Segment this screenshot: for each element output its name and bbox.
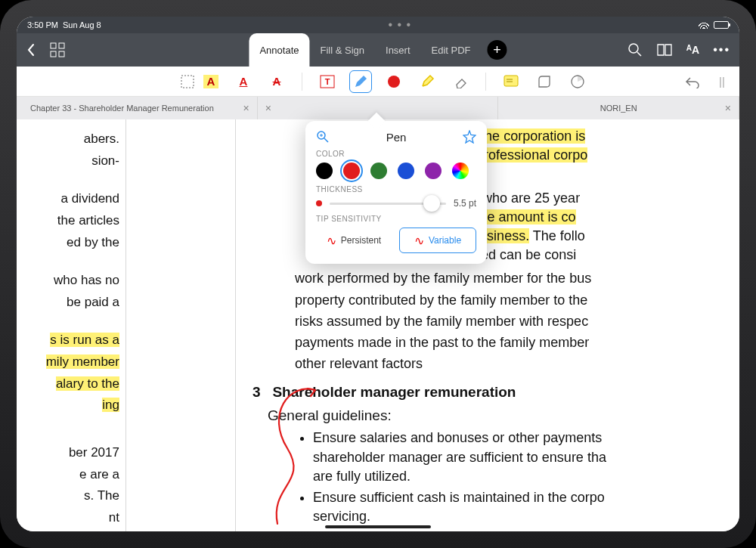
doc-tab-label: NORI_EN <box>600 104 637 113</box>
tab-fill-sign[interactable]: Fill & Sign <box>309 33 375 67</box>
strikethrough-tool[interactable]: A <box>268 73 285 90</box>
toolbar-divider <box>485 73 486 91</box>
color-swatch-black[interactable] <box>316 163 333 179</box>
thickness-section-label: THICKNESS <box>316 185 476 194</box>
highlighter-tool[interactable] <box>419 73 435 90</box>
doc-tab-label: Chapter 33 - Shareholder Manager Remuner… <box>30 104 214 113</box>
squiggle-icon: ∿ <box>414 234 424 248</box>
list-item: Ensure salaries and bonuses or other pay… <box>313 429 739 486</box>
underline-tool[interactable]: A <box>235 73 252 90</box>
svg-rect-1 <box>59 43 64 48</box>
tab-edit-pdf[interactable]: Edit PDF <box>421 33 482 67</box>
eraser-tool[interactable] <box>452 73 469 90</box>
close-tab-icon[interactable]: × <box>725 102 731 114</box>
annotation-toolbar: A A A T <box>17 67 739 97</box>
svg-rect-0 <box>51 43 56 48</box>
multitasking-dots[interactable]: • • • <box>389 18 412 32</box>
add-tab-button[interactable]: + <box>488 40 507 60</box>
tab-annotate[interactable]: Annotate <box>249 33 309 67</box>
svg-rect-3 <box>59 51 64 57</box>
status-time: 3:50 PM <box>27 20 58 29</box>
thumbnails-button[interactable] <box>50 42 65 57</box>
tab-insert[interactable]: Insert <box>375 33 421 67</box>
home-indicator[interactable] <box>325 525 431 528</box>
thickness-preview-dot <box>316 200 322 206</box>
text-size-button[interactable]: AA <box>686 44 699 56</box>
color-swatch-red[interactable] <box>343 163 360 179</box>
svg-line-5 <box>637 52 641 56</box>
color-section-label: COLOR <box>316 150 476 158</box>
thickness-slider[interactable] <box>330 203 446 205</box>
toolbar-divider <box>302 73 302 91</box>
select-tool[interactable] <box>179 73 196 90</box>
squiggle-icon: ∿ <box>327 234 336 248</box>
left-doc-pane[interactable]: abers. sion- a dividend the articles ed … <box>17 119 126 531</box>
list-item: Ensure sufficient cash is maintained in … <box>313 488 739 526</box>
color-swatch-blue[interactable] <box>398 163 414 179</box>
svg-point-4 <box>629 44 638 53</box>
popover-title: Pen <box>386 131 407 144</box>
list-item: other relevant factors <box>295 354 739 373</box>
thickness-value: 5.5 pt <box>454 198 476 209</box>
svg-text:T: T <box>325 77 330 86</box>
svg-rect-6 <box>181 76 194 88</box>
pen-stroke-annotation <box>243 384 342 531</box>
color-swatch-green[interactable] <box>370 163 387 179</box>
middle-doc-pane[interactable] <box>126 119 236 531</box>
doc-tab-right[interactable]: NORI_EN × <box>498 97 739 119</box>
svg-line-14 <box>324 138 328 142</box>
color-swatch-purple[interactable] <box>425 163 442 179</box>
svg-rect-2 <box>51 51 56 57</box>
sticky-note-tool[interactable] <box>503 73 519 90</box>
tip-section-label: TIP SENSITIVITY <box>316 215 476 223</box>
close-tab-icon[interactable]: × <box>243 102 249 114</box>
pie-tool[interactable] <box>569 73 586 90</box>
tip-variable-option[interactable]: ∿ Variable <box>399 228 476 253</box>
highlight-text-tool[interactable]: A <box>203 75 218 88</box>
battery-icon <box>714 21 729 29</box>
tip-persistent-option[interactable]: ∿ Persistent <box>316 228 392 253</box>
color-swatches <box>316 163 476 179</box>
shape-tool[interactable] <box>536 73 553 90</box>
back-button[interactable] <box>26 43 36 57</box>
status-bar: 3:50 PM Sun Aug 8 • • • <box>17 17 739 33</box>
undo-button[interactable] <box>683 73 700 90</box>
favorite-icon[interactable] <box>463 130 476 144</box>
svg-rect-9 <box>504 76 518 86</box>
textbox-tool[interactable]: T <box>319 73 336 90</box>
list-item: work performed by the family member for … <box>295 269 739 288</box>
list-item: payments made in the past to the family … <box>295 333 739 352</box>
list-item: risks assumed by the family member with … <box>295 312 739 331</box>
book-view-button[interactable] <box>656 43 673 57</box>
list-item: property contributed by the family membe… <box>295 291 739 310</box>
slider-knob[interactable] <box>423 195 440 212</box>
pen-settings-popover: Pen COLOR THICKNESS 5.5 pt <box>305 121 487 264</box>
more-button[interactable]: ••• <box>713 43 730 57</box>
close-tab-icon[interactable]: × <box>265 102 271 114</box>
search-button[interactable] <box>627 42 643 57</box>
magnifier-icon[interactable] <box>316 130 330 144</box>
wifi-icon <box>699 21 709 29</box>
pen-tool[interactable] <box>352 73 369 90</box>
app-top-bar: Annotate Fill & Sign Insert Edit PDF + A… <box>17 33 739 67</box>
color-picker-button[interactable] <box>452 163 469 179</box>
toolbar-handle[interactable]: || <box>714 73 730 90</box>
color-tool[interactable] <box>386 73 402 90</box>
doc-tab-left[interactable]: Chapter 33 - Shareholder Manager Remuner… <box>17 97 258 119</box>
status-date: Sun Aug 8 <box>63 20 101 29</box>
